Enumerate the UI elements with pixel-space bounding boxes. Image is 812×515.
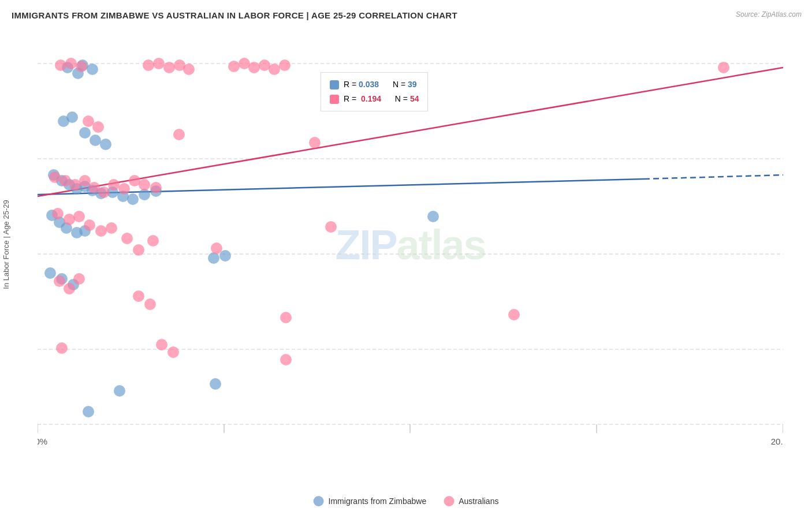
svg-point-45 — [44, 267, 56, 279]
svg-point-90 — [121, 233, 133, 244]
svg-point-37 — [127, 193, 139, 205]
svg-point-66 — [269, 64, 280, 75]
svg-point-101 — [508, 309, 520, 320]
svg-point-67 — [279, 59, 290, 71]
svg-point-68 — [718, 62, 729, 73]
svg-point-57 — [143, 59, 154, 71]
legend-label-blue: Immigrants from Zimbabwe — [329, 497, 427, 506]
svg-point-61 — [183, 64, 195, 75]
svg-point-24 — [66, 111, 78, 123]
svg-point-79 — [108, 179, 120, 191]
svg-point-71 — [173, 129, 185, 140]
svg-point-53 — [83, 406, 94, 417]
svg-point-59 — [163, 62, 175, 73]
svg-point-103 — [156, 339, 167, 350]
legend-item-blue: Immigrants from Zimbabwe — [314, 496, 427, 506]
svg-point-50 — [427, 211, 439, 222]
svg-point-94 — [325, 221, 337, 233]
svg-text:0.0%: 0.0% — [38, 436, 47, 446]
svg-point-97 — [73, 273, 85, 285]
legend-row-blue: R = 0.038 N = 39 — [330, 77, 419, 92]
svg-point-62 — [228, 61, 240, 72]
svg-point-91 — [133, 244, 144, 256]
svg-point-58 — [153, 58, 165, 69]
legend-row-pink: R = 0.194 N = 54 — [330, 92, 419, 106]
svg-point-70 — [92, 121, 104, 133]
svg-point-27 — [100, 139, 111, 150]
chart-title: IMMIGRANTS FROM ZIMBABWE VS AUSTRALIAN I… — [12, 10, 457, 20]
svg-point-54 — [55, 59, 66, 71]
svg-point-88 — [95, 225, 107, 237]
svg-text:20.0%: 20.0% — [771, 436, 783, 446]
legend-square-blue — [330, 80, 339, 89]
svg-point-69 — [83, 115, 94, 127]
svg-point-55 — [65, 58, 77, 69]
legend-circle-blue — [314, 496, 324, 506]
svg-point-73 — [49, 171, 61, 183]
svg-point-82 — [139, 179, 150, 191]
svg-point-26 — [90, 135, 101, 146]
svg-line-17 — [644, 175, 783, 179]
legend-n-blue: N = 39 — [393, 77, 417, 92]
chart-area: ZIPatlas 100.0% 87.5% 75.0% 62.5% — [38, 32, 783, 457]
bottom-legend: Immigrants from Zimbabwe Australians — [314, 496, 499, 506]
y-axis-label: In Labor Force | Age 25-29 — [0, 32, 12, 457]
legend-r-pink: R = 0.194 — [344, 92, 381, 106]
svg-point-98 — [133, 290, 144, 302]
legend-square-pink — [330, 95, 339, 104]
chart-container: IMMIGRANTS FROM ZIMBABWE VS AUSTRALIAN I… — [0, 0, 812, 515]
svg-point-21 — [87, 64, 98, 75]
legend-r-blue: R = 0.038 — [344, 77, 379, 92]
svg-point-105 — [280, 354, 292, 365]
svg-point-96 — [64, 283, 75, 294]
svg-point-100 — [280, 312, 292, 323]
svg-point-102 — [56, 342, 68, 354]
svg-point-51 — [114, 385, 125, 397]
svg-point-83 — [150, 182, 162, 193]
svg-point-25 — [79, 127, 91, 139]
svg-point-80 — [118, 183, 130, 195]
inset-legend: R = 0.038 N = 39 R = 0.194 N = 54 — [321, 72, 428, 111]
svg-point-77 — [88, 182, 100, 193]
svg-point-84 — [52, 208, 64, 219]
svg-point-89 — [106, 222, 117, 234]
svg-point-87 — [84, 219, 95, 231]
svg-point-95 — [54, 275, 65, 287]
svg-point-48 — [208, 252, 219, 264]
svg-point-52 — [210, 378, 221, 390]
svg-point-76 — [79, 175, 91, 186]
svg-point-78 — [98, 186, 110, 198]
svg-point-86 — [73, 211, 85, 222]
svg-point-72 — [309, 137, 321, 148]
legend-label-pink: Australians — [459, 497, 498, 506]
source-label: Source: ZipAtlas.com — [736, 10, 802, 18]
svg-point-56 — [76, 61, 87, 72]
svg-point-104 — [167, 346, 179, 358]
svg-point-64 — [248, 62, 260, 73]
legend-item-pink: Australians — [444, 496, 498, 506]
svg-point-92 — [147, 235, 159, 247]
legend-n-pink: N = 54 — [395, 92, 419, 106]
svg-point-85 — [64, 214, 75, 225]
svg-point-99 — [144, 298, 156, 310]
legend-circle-pink — [444, 496, 454, 506]
svg-point-93 — [211, 242, 222, 254]
